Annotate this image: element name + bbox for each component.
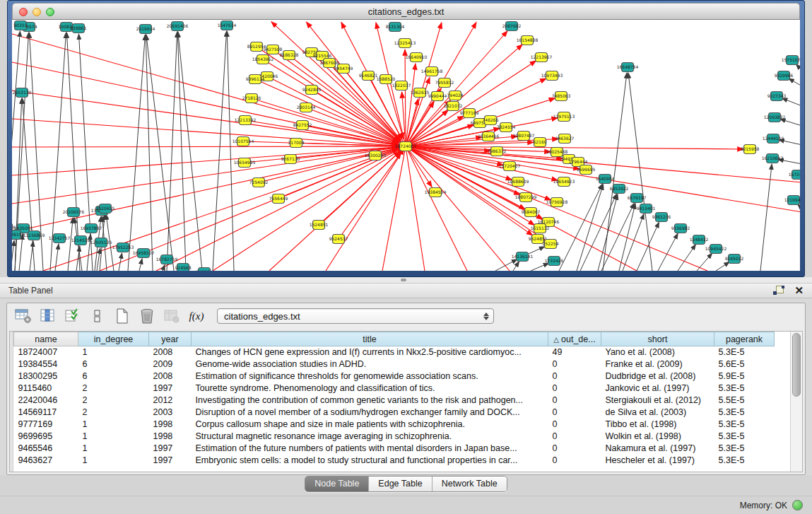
table-cell[interactable]: 2008 <box>149 370 192 382</box>
tab-network-table[interactable]: Network Table <box>432 477 507 491</box>
table-row[interactable]: 946554611997Estimation of the future num… <box>14 443 775 455</box>
table-cell[interactable]: Wolkin et al. (1998) <box>601 431 714 443</box>
table-cell[interactable]: 1 <box>78 419 149 431</box>
function-builder-button[interactable]: f(x) <box>187 306 206 326</box>
new-table-button[interactable] <box>112 306 132 326</box>
table-cell[interactable]: 5.3E-5 <box>714 382 775 395</box>
row-height-button[interactable] <box>88 306 107 326</box>
tab-node-table[interactable]: Node Table <box>305 477 368 491</box>
table-row[interactable]: 946362711997Embryonic stem cells: a mode… <box>14 455 775 467</box>
table-cell[interactable]: 1 <box>78 431 149 443</box>
table-cell[interactable]: 5.3E-5 <box>714 407 775 419</box>
table-cell[interactable]: 1998 <box>149 419 192 431</box>
column-header-title[interactable]: title <box>192 332 548 346</box>
column-header-year[interactable]: year <box>149 332 192 346</box>
table-cell[interactable]: Stergiakouli et al. (2012) <box>601 395 714 407</box>
close-panel-icon[interactable]: ✕ <box>794 286 804 296</box>
table-cell[interactable]: 5.5E-5 <box>714 395 775 407</box>
table-row[interactable]: 1456911722003Disruption of a novel membe… <box>14 407 775 419</box>
zoom-window-icon[interactable] <box>46 8 54 16</box>
table-row[interactable]: 1938455462009Genome-wide association stu… <box>14 358 775 370</box>
table-cell[interactable]: Jankovic et al. (1997) <box>601 382 714 395</box>
table-cell[interactable]: 2 <box>78 395 149 407</box>
table-cell[interactable]: Dudbridge et al. (2008) <box>601 370 714 382</box>
table-cell[interactable]: 49 <box>548 346 601 358</box>
delete-table-button[interactable] <box>137 306 157 326</box>
table-cell[interactable]: Investigating the contribution of common… <box>192 395 548 407</box>
table-cell[interactable]: Estimation of the future numbers of pati… <box>192 443 548 455</box>
select-rows-button[interactable] <box>63 306 83 326</box>
table-cell[interactable]: 2 <box>78 382 149 395</box>
table-cell[interactable]: 9115460 <box>14 382 78 395</box>
table-cell[interactable]: 0 <box>548 382 601 395</box>
table-cell[interactable]: 1 <box>78 443 149 455</box>
table-cell[interactable]: Estimation of significance thresholds fo… <box>192 370 548 382</box>
table-selector[interactable]: citations_edges.txt <box>217 308 494 324</box>
table-row[interactable]: 1872400712008Changes of HCN gene express… <box>14 346 775 358</box>
scrollbar-thumb[interactable] <box>792 333 801 397</box>
table-cell[interactable]: 19384554 <box>14 358 78 370</box>
table-cell[interactable]: 18300295 <box>14 370 78 382</box>
column-header-in-degree[interactable]: in_degree <box>78 332 149 346</box>
table-row[interactable]: 911546021997Tourette syndrome. Phenomeno… <box>14 382 775 395</box>
table-cell[interactable]: 9465546 <box>14 443 78 455</box>
float-panel-icon[interactable] <box>773 286 784 296</box>
memory-ok-led-icon[interactable] <box>792 500 803 510</box>
table-cell[interactable]: 0 <box>548 443 601 455</box>
table-cell[interactable]: 22420046 <box>14 395 78 407</box>
table-cell[interactable]: Hescheler et al. (1997) <box>601 455 714 467</box>
table-cell[interactable]: 0 <box>548 455 601 467</box>
table-cell[interactable]: 2 <box>78 407 149 419</box>
tab-edge-table[interactable]: Edge Table <box>368 477 431 491</box>
column-header-short[interactable]: short <box>601 332 714 346</box>
table-cell[interactable]: Franke et al. (2009) <box>601 358 714 370</box>
table-cell[interactable]: 9777169 <box>14 419 78 431</box>
table-cell[interactable]: 1997 <box>149 382 192 395</box>
table-cell[interactable]: 1998 <box>149 431 192 443</box>
insert-column-button[interactable] <box>38 306 58 326</box>
table-cell[interactable]: 5.9E-5 <box>714 370 775 382</box>
table-cell[interactable]: 0 <box>548 419 601 431</box>
table-cell[interactable]: Yano et al. (2008) <box>601 346 714 358</box>
table-row[interactable]: 2242004622012Investigating the contribut… <box>14 395 775 407</box>
table-cell[interactable]: Structural magnetic resonance image aver… <box>192 431 548 443</box>
table-row[interactable]: 969969511998Structural magnetic resonanc… <box>14 431 775 443</box>
table-cell[interactable]: 5.3E-5 <box>714 431 775 443</box>
table-cell[interactable]: 1997 <box>149 455 192 467</box>
table-cell[interactable]: 2008 <box>149 346 192 358</box>
close-window-icon[interactable] <box>19 8 28 16</box>
table-cell[interactable]: 0 <box>548 395 601 407</box>
table-cell[interactable]: 9699695 <box>14 431 78 443</box>
table-cell[interactable]: 5.3E-5 <box>714 443 775 455</box>
table-cell[interactable]: de Silva et al. (2003) <box>601 407 714 419</box>
table-cell[interactable]: 0 <box>548 431 601 443</box>
table-cell[interactable]: 1 <box>78 346 149 358</box>
table-cell[interactable]: 6 <box>78 370 149 382</box>
table-cell[interactable]: 0 <box>548 358 601 370</box>
divider-grip-icon[interactable] <box>401 279 406 281</box>
table-cell[interactable]: 0 <box>548 407 601 419</box>
table-cell[interactable]: 2009 <box>149 358 192 370</box>
table-cell[interactable]: Nakamura et al. (1997) <box>601 443 714 455</box>
table-cell[interactable]: Changes of HCN gene expression and I(f) … <box>192 346 548 358</box>
column-header-out-de-[interactable]: △out_de... <box>548 332 601 346</box>
table-cell[interactable]: Tourette syndrome. Phenomenology and cla… <box>192 382 548 395</box>
table-vertical-scrollbar[interactable] <box>790 332 802 472</box>
window-titlebar[interactable]: citations_edges.txt <box>12 3 800 20</box>
table-cell[interactable]: 2012 <box>149 395 192 407</box>
table-cell[interactable]: 5.3E-5 <box>714 346 775 358</box>
column-header-name[interactable]: name <box>14 332 78 346</box>
minimize-window-icon[interactable] <box>33 8 41 16</box>
import-table-button[interactable] <box>162 306 182 326</box>
table-cell[interactable]: 5.3E-5 <box>714 419 775 431</box>
table-cell[interactable]: 5.3E-5 <box>714 455 775 467</box>
table-cell[interactable]: 14569117 <box>14 407 78 419</box>
table-cell[interactable]: Genome-wide association studies in ADHD. <box>192 358 548 370</box>
table-cell[interactable]: Corpus callosum shape and size in male p… <box>192 419 548 431</box>
table-cell[interactable]: 2003 <box>149 407 192 419</box>
table-cell[interactable]: Embryonic stem cells: a model to study s… <box>192 455 548 467</box>
column-header-pagerank[interactable]: pagerank <box>714 332 775 346</box>
network-canvas[interactable]: 1872400718300295193845548912954942750818… <box>12 20 800 271</box>
table-cell[interactable]: 18724007 <box>14 346 78 358</box>
table-cell[interactable]: 1997 <box>149 443 192 455</box>
